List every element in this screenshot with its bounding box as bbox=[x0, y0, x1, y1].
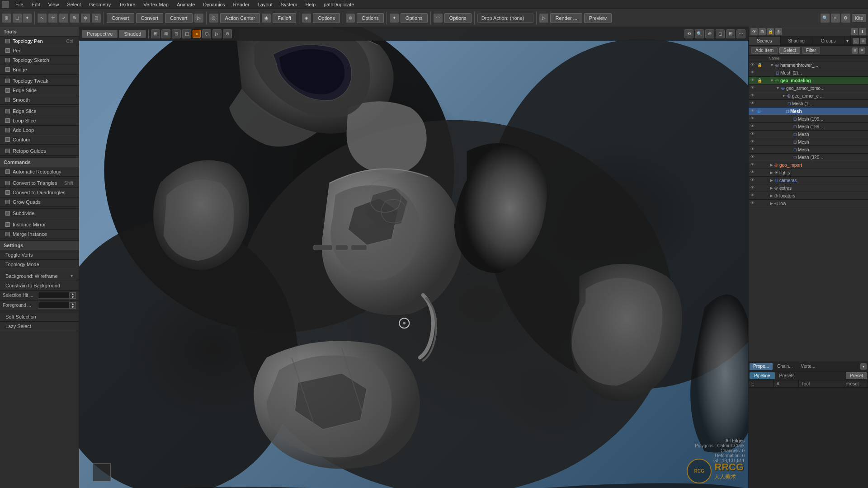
tree-item-mesh-selected[interactable]: 👁 ⊞ ◻ Mesh bbox=[749, 108, 868, 115]
tool-topology-sketch[interactable]: Topology Sketch bbox=[0, 56, 79, 65]
tb-universal[interactable]: ⊕ bbox=[81, 14, 90, 23]
tb-right-1[interactable]: 🔍 bbox=[821, 14, 830, 23]
tool-convert-triangles[interactable]: Convert to Triangles Shift bbox=[0, 178, 79, 188]
br-icon-1[interactable]: ▾ bbox=[860, 363, 867, 370]
eye-icon-14[interactable]: 👁 bbox=[750, 162, 756, 168]
expand-arrow[interactable]: ▼ bbox=[770, 63, 774, 67]
tree-item-low[interactable]: 👁 ▶ ◎ low bbox=[749, 200, 868, 207]
eye-icon-19[interactable]: 👁 bbox=[750, 201, 756, 206]
preset-label[interactable]: Preset bbox=[846, 372, 867, 379]
viewport-shading-btn[interactable]: Shaded bbox=[119, 30, 146, 38]
tab-chain[interactable]: Chain... bbox=[774, 363, 796, 370]
scene-icon-2[interactable]: ⊞ bbox=[860, 38, 866, 44]
add-item-btn[interactable]: Add Item bbox=[751, 47, 778, 54]
tool-topology-mode[interactable]: Topology Mode bbox=[0, 260, 79, 269]
tree-item-geo-modeling[interactable]: 👁 🔒 ▼ ◎ geo_modeling bbox=[749, 77, 868, 84]
tree-item-locators[interactable]: 👁 ▶ ◎ locators bbox=[749, 192, 868, 200]
tb-icon-1[interactable]: ◻ bbox=[13, 14, 22, 23]
commands-header[interactable]: Commands bbox=[0, 158, 79, 167]
vp-top-right-5[interactable]: ⊞ bbox=[726, 29, 735, 38]
tree-item-geo-armor-c[interactable]: 👁 ▼ ◎ geo_armor_c ... bbox=[749, 92, 868, 100]
tb-right-2[interactable]: ≡ bbox=[831, 14, 840, 23]
tree-item-mesh-b[interactable]: 👁 ◻ Mesh bbox=[749, 138, 868, 146]
tool-smooth[interactable]: Smooth bbox=[0, 95, 79, 105]
tb-icon-12[interactable]: ✦ bbox=[390, 14, 399, 23]
eye-icon-7[interactable]: 👁 bbox=[750, 108, 756, 114]
vp-icon-7[interactable]: ▷ bbox=[212, 29, 222, 38]
expand-arrow-15[interactable]: ▶ bbox=[770, 170, 773, 175]
eye-icon-4[interactable]: 👁 bbox=[750, 85, 756, 91]
menu-geometry[interactable]: Geometry bbox=[85, 1, 114, 8]
vp-top-right-1[interactable]: ⟲ bbox=[684, 29, 693, 38]
expand-arrow-19[interactable]: ▶ bbox=[770, 201, 773, 206]
tree-item-mesh-a[interactable]: 👁 ◻ Mesh bbox=[749, 131, 868, 138]
menu-dynamics[interactable]: Dynamics bbox=[199, 1, 228, 8]
eye-icon-18[interactable]: 👁 bbox=[750, 193, 756, 198]
expand-arrow-5[interactable]: ▼ bbox=[782, 94, 786, 98]
falloff-btn[interactable]: Falloff bbox=[273, 13, 296, 23]
tool-convert-quads[interactable]: Convert to Quadrangles bbox=[0, 188, 79, 197]
eye-icon[interactable]: 👁 bbox=[750, 62, 756, 68]
vp-icon-2[interactable]: ⊠ bbox=[161, 29, 170, 38]
rp-icon-1[interactable]: 👁 bbox=[750, 28, 758, 35]
menu-select[interactable]: Select bbox=[63, 1, 85, 8]
viewport-nav-cube[interactable] bbox=[93, 463, 111, 481]
tree-item-mesh1[interactable]: 👁 ◻ Mesh (1... bbox=[749, 100, 868, 108]
background-dropdown[interactable]: Background: Wireframe ▾ bbox=[0, 271, 79, 281]
tb-icon-10[interactable]: ◈ bbox=[302, 14, 311, 23]
eye-icon-11[interactable]: 👁 bbox=[750, 139, 756, 145]
eye-icon-16[interactable]: 👁 bbox=[750, 178, 756, 183]
soft-selection-btn[interactable]: Soft Selection bbox=[0, 312, 79, 322]
tree-item-geo-import[interactable]: 👁 ▶ ◎ geo_import bbox=[749, 161, 868, 169]
scene-icon-1[interactable]: ◻ bbox=[853, 38, 859, 44]
eye-icon-6[interactable]: 👁 bbox=[750, 101, 756, 106]
tab-groups[interactable]: Groups bbox=[812, 37, 844, 45]
rp-header-icon-1[interactable]: ⊞ bbox=[852, 47, 858, 54]
convert-btn-3[interactable]: Convert bbox=[165, 13, 193, 23]
rp-icon-4[interactable]: ◎ bbox=[775, 28, 782, 35]
tree-item-mesh320[interactable]: 👁 ◻ Mesh (320... bbox=[749, 154, 868, 161]
expand-arrow-16[interactable]: ▶ bbox=[770, 178, 773, 183]
tab-scenes[interactable]: Scenes bbox=[749, 37, 781, 45]
vp-icon-grid[interactable]: ⊞ bbox=[151, 29, 160, 38]
vp-icon-3[interactable]: ⊡ bbox=[172, 29, 181, 38]
menu-help[interactable]: Help bbox=[302, 1, 319, 8]
expand-arrow-3[interactable]: ▼ bbox=[770, 78, 774, 83]
presets-tab[interactable]: Presets bbox=[775, 372, 799, 379]
tree-item-cameras[interactable]: 👁 ▶ ◎ cameras bbox=[749, 177, 868, 184]
tb-icon-14[interactable]: ▷ bbox=[539, 14, 548, 23]
menu-layout[interactable]: Layout bbox=[254, 1, 276, 8]
settings-header[interactable]: Settings bbox=[0, 241, 79, 250]
options-btn-2[interactable]: Options bbox=[357, 13, 384, 23]
tool-contour[interactable]: Contour bbox=[0, 135, 79, 145]
eye-icon-17[interactable]: 👁 bbox=[750, 185, 756, 191]
tool-edge-slide[interactable]: Edge Slide bbox=[0, 86, 79, 95]
tb-right-3[interactable]: ⚙ bbox=[841, 14, 850, 23]
kits-btn[interactable]: Kits bbox=[852, 14, 866, 22]
foreground-input[interactable]: 33.0 % bbox=[38, 302, 70, 309]
constrain-background[interactable]: Constrain to Background bbox=[0, 281, 79, 291]
vp-icon-5-orange[interactable]: ● bbox=[193, 30, 201, 38]
menu-render[interactable]: Render bbox=[230, 1, 253, 8]
eye-icon-3[interactable]: 👁 bbox=[750, 78, 756, 83]
options-btn-1[interactable]: Options bbox=[313, 13, 340, 23]
tree-item-extras[interactable]: 👁 ▶ ◎ extras bbox=[749, 184, 868, 192]
eye-icon-5[interactable]: 👁 bbox=[750, 93, 756, 99]
drop-action-dropdown[interactable]: Drop Action: (none) bbox=[477, 14, 534, 23]
select-btn[interactable]: Select bbox=[779, 47, 800, 54]
options-btn-3[interactable]: Options bbox=[401, 13, 428, 23]
tree-item-mesh2[interactable]: 👁 ◻ Mesh (2)... bbox=[749, 69, 868, 77]
rp-icon-6[interactable]: ⬇ bbox=[859, 28, 866, 35]
tree-item-root[interactable]: 👁 🔒 ▼ ◎ hammerthrower_... bbox=[749, 61, 868, 69]
selection-hit-spinner[interactable]: ▲▼ bbox=[70, 292, 76, 299]
eye-icon-8[interactable]: 👁 bbox=[750, 116, 756, 122]
vp-icon-8[interactable]: ⊙ bbox=[223, 29, 232, 38]
vp-top-right-6[interactable]: ⋯ bbox=[736, 29, 745, 38]
menu-edit[interactable]: Edit bbox=[28, 1, 44, 8]
tb-icon-9[interactable]: ◉ bbox=[262, 14, 271, 23]
convert-btn-2[interactable]: Convert bbox=[136, 13, 164, 23]
expand-arrow-17[interactable]: ▶ bbox=[770, 186, 773, 190]
viewport[interactable]: Perspective Shaded ⊞ ⊠ ⊡ ◫ ● ⬡ ▷ ⊙ ⟲ 🔍 ⊕… bbox=[79, 27, 748, 488]
tool-topology-pen[interactable]: Topology Pen Ctrl bbox=[0, 37, 79, 46]
menu-texture[interactable]: Texture bbox=[115, 1, 139, 8]
